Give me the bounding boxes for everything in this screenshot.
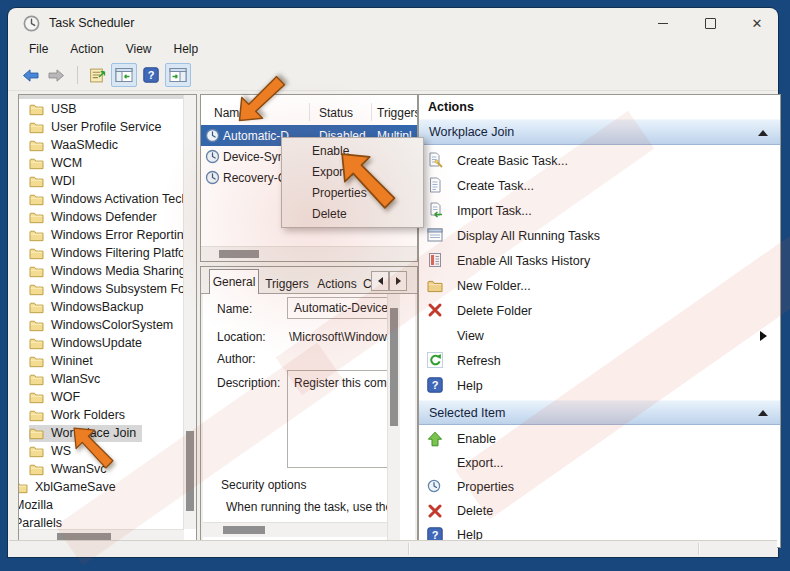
status-divider bbox=[698, 543, 699, 555]
back-icon bbox=[21, 68, 40, 83]
tree-item-windows-error-reporting[interactable]: Windows Error Reporting bbox=[19, 226, 183, 244]
section-header-label: Selected Item bbox=[429, 406, 505, 420]
description-value-box[interactable]: Register this comp bbox=[287, 370, 388, 468]
tree-item-wof[interactable]: WOF bbox=[19, 388, 183, 406]
menu-action[interactable]: Action bbox=[59, 40, 114, 58]
tree-item-user-profile-service[interactable]: User Profile Service bbox=[19, 118, 183, 136]
task-list-horizontal-scrollbar[interactable] bbox=[201, 246, 417, 261]
toolbar bbox=[8, 60, 778, 91]
tree-item-wininet[interactable]: Wininet bbox=[19, 352, 183, 370]
tree-item-wlansvc[interactable]: WlanSvc bbox=[19, 370, 183, 388]
folder-icon bbox=[29, 121, 44, 134]
tree-item-usb[interactable]: USB bbox=[19, 100, 183, 118]
tree-item-windows-filtering[interactable]: Windows Filtering Platfo bbox=[19, 244, 183, 262]
tab-triggers[interactable]: Triggers bbox=[263, 274, 311, 294]
general-tab-content: Name: Automatic-Device- Location: \Micro… bbox=[203, 294, 415, 545]
tree-item-work-folders[interactable]: Work Folders bbox=[19, 406, 183, 424]
tree-item-windowsupdate[interactable]: WindowsUpdate bbox=[19, 334, 183, 352]
action-delete-folder[interactable]: Delete Folder bbox=[419, 298, 780, 323]
tree-item-windows-activation[interactable]: Windows Activation Tech bbox=[19, 190, 183, 208]
tree-vertical-scrollbar[interactable] bbox=[183, 95, 196, 529]
action-create-task[interactable]: Create Task... bbox=[419, 173, 780, 198]
tree-item-wcm[interactable]: WCM bbox=[19, 154, 183, 172]
left-arrow-icon bbox=[378, 277, 383, 285]
annotation-arrow-enable bbox=[338, 147, 400, 215]
console-tree-toggle-button[interactable] bbox=[111, 63, 137, 87]
column-header-status[interactable]: Status bbox=[319, 106, 353, 120]
tab-actions[interactable]: Actions bbox=[315, 274, 359, 294]
selected-delete[interactable]: Delete bbox=[419, 499, 780, 523]
task-scheduler-window: Task Scheduler ✕ File Action View Help bbox=[8, 8, 778, 557]
section-header-workplace-join[interactable]: Workplace Join bbox=[419, 119, 780, 145]
tab-scroll-left-button[interactable] bbox=[371, 271, 389, 291]
scrollbar-thumb[interactable] bbox=[219, 250, 259, 258]
export-list-button[interactable] bbox=[85, 64, 109, 86]
detail-horizontal-scrollbar[interactable] bbox=[203, 522, 387, 537]
action-pane-toggle-button[interactable] bbox=[165, 63, 191, 87]
tree-item-windows-defender[interactable]: Windows Defender bbox=[19, 208, 183, 226]
tree-item-waasmedic[interactable]: WaaSMedic bbox=[19, 136, 183, 154]
action-display-all-running-tasks[interactable]: Display All Running Tasks bbox=[419, 223, 780, 248]
clock-icon bbox=[23, 15, 40, 32]
actions-pane: Actions Workplace Join Create Basic Task… bbox=[418, 94, 781, 548]
selected-enable[interactable]: Enable bbox=[419, 427, 780, 451]
folder-icon bbox=[29, 337, 44, 350]
column-separator[interactable] bbox=[309, 103, 310, 121]
action-new-folder[interactable]: New Folder... bbox=[419, 273, 780, 298]
action-refresh[interactable]: Refresh bbox=[419, 348, 780, 373]
column-header-triggers[interactable]: Triggers bbox=[377, 106, 418, 120]
name-value-box[interactable]: Automatic-Device- bbox=[287, 297, 388, 319]
tab-partial[interactable]: C bbox=[363, 274, 371, 294]
folder-icon bbox=[29, 211, 44, 224]
collapse-arrow-icon[interactable] bbox=[758, 130, 768, 136]
menu-view[interactable]: View bbox=[115, 40, 163, 58]
location-value: \Microsoft\Window bbox=[289, 330, 387, 344]
close-button[interactable]: ✕ bbox=[750, 16, 764, 30]
description-value: Register this comp bbox=[294, 376, 388, 390]
tab-scroll-right-button[interactable] bbox=[389, 271, 407, 291]
section-header-label: Workplace Join bbox=[429, 125, 514, 139]
tree-item-windowscolorsystem[interactable]: WindowsColorSystem bbox=[19, 316, 183, 334]
folder-icon bbox=[29, 445, 44, 458]
forward-icon bbox=[47, 68, 66, 83]
maximize-button[interactable] bbox=[703, 16, 717, 30]
menu-help[interactable]: Help bbox=[163, 40, 210, 58]
action-enable-all-tasks-history[interactable]: Enable All Tasks History bbox=[419, 248, 780, 273]
selected-export[interactable]: Export... bbox=[419, 451, 780, 475]
action-create-basic-task[interactable]: Create Basic Task... bbox=[419, 148, 780, 173]
new-folder-icon bbox=[427, 278, 443, 294]
action-view[interactable]: View bbox=[419, 323, 780, 348]
tree-item-windows-media-sharing[interactable]: Windows Media Sharing bbox=[19, 262, 183, 280]
selected-properties[interactable]: Properties bbox=[419, 475, 780, 499]
section-header-selected-item[interactable]: Selected Item bbox=[419, 400, 780, 425]
task-history-icon bbox=[427, 252, 443, 268]
scrollbar-thumb[interactable] bbox=[186, 431, 194, 511]
partial-tree-row bbox=[19, 95, 184, 99]
detail-vertical-scrollbar[interactable] bbox=[387, 294, 400, 545]
scrollbar-thumb[interactable] bbox=[390, 308, 398, 426]
screenshot-root: Task Scheduler ✕ File Action View Help bbox=[0, 0, 790, 571]
tree-item-wdi[interactable]: WDI bbox=[19, 172, 183, 190]
tree-item-windows-subsystem[interactable]: Windows Subsystem For bbox=[19, 280, 183, 298]
collapse-arrow-icon[interactable] bbox=[758, 410, 768, 416]
export-list-icon bbox=[89, 67, 106, 84]
tree-item-xblgamesave[interactable]: XblGameSave bbox=[19, 478, 183, 496]
tree-item-mozilla[interactable]: Mozilla bbox=[19, 496, 183, 514]
refresh-icon bbox=[427, 352, 443, 368]
task-clock-icon bbox=[205, 149, 220, 164]
help-button[interactable] bbox=[139, 64, 163, 86]
forward-button[interactable] bbox=[44, 64, 68, 86]
column-separator[interactable] bbox=[371, 103, 372, 121]
tree-item-windowsbackup[interactable]: WindowsBackup bbox=[19, 298, 183, 316]
task-detail-panel: General Triggers Actions C Name: Automat… bbox=[200, 266, 418, 548]
action-help[interactable]: Help bbox=[419, 373, 780, 398]
name-label: Name: bbox=[217, 302, 252, 316]
console-tree-icon bbox=[115, 67, 133, 83]
minimize-button[interactable] bbox=[656, 16, 670, 30]
action-import-task[interactable]: Import Task... bbox=[419, 198, 780, 223]
tree-item-parallels[interactable]: Parallels bbox=[19, 514, 183, 529]
tab-general[interactable]: General bbox=[209, 269, 259, 294]
scrollbar-thumb[interactable] bbox=[223, 526, 265, 534]
menu-file[interactable]: File bbox=[18, 40, 59, 58]
back-button[interactable] bbox=[18, 64, 42, 86]
